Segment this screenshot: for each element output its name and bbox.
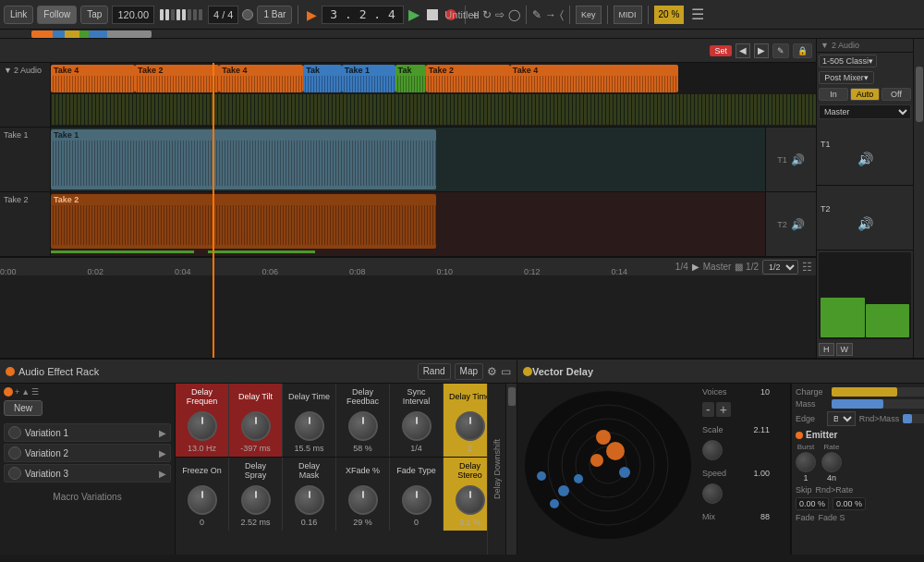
follow-button[interactable]: Follow	[37, 6, 77, 24]
scale-knob[interactable]	[702, 440, 723, 460]
macro-knob-1[interactable]	[241, 411, 271, 441]
position-display[interactable]: 3 . 2 . 4	[322, 6, 403, 24]
clip-take4-1[interactable]: Take 4	[51, 65, 135, 92]
set-button[interactable]: Set	[710, 45, 732, 56]
macro-knob-2[interactable]	[295, 411, 324, 441]
macro-knob-0[interactable]	[188, 411, 217, 441]
master-select[interactable]: Master	[819, 104, 911, 119]
rack-slider-thumb[interactable]	[508, 387, 516, 406]
preset-dropdown[interactable]: 1-505 Classi▾	[819, 55, 877, 67]
burst-knob[interactable]	[796, 452, 816, 472]
in-button[interactable]: In	[819, 88, 848, 101]
loop-icon[interactable]: ↻	[482, 8, 492, 21]
auto-button[interactable]: Auto	[850, 88, 880, 101]
play-button[interactable]: ▶	[406, 6, 422, 23]
rack-add-icon[interactable]: ▲	[21, 387, 30, 397]
macro-knob-5[interactable]	[456, 411, 485, 441]
zoom-display[interactable]: 20 %	[654, 6, 685, 24]
map-button[interactable]: Map	[455, 363, 483, 380]
track-collapse-icon[interactable]: ▼	[4, 66, 12, 75]
h-button[interactable]: H	[819, 343, 834, 356]
take2-region[interactable]: Take 2	[51, 194, 436, 249]
mix-value[interactable]: 88	[747, 512, 770, 521]
variation-1[interactable]: Variation 1 ▶	[4, 423, 171, 442]
track-label-audio[interactable]: ▼ 2 Audio	[0, 63, 51, 127]
variation-2[interactable]: Variation 2 ▶	[4, 444, 171, 462]
clip-take2-1[interactable]: Take 2	[135, 65, 219, 92]
clip-take4-3[interactable]: Take 4	[510, 65, 678, 92]
midi-button[interactable]: MIDI	[614, 6, 642, 24]
macro-knob-r2-2[interactable]	[295, 485, 324, 515]
rand-button[interactable]: Rand	[418, 363, 451, 380]
link-button[interactable]: Link	[4, 6, 33, 24]
key-button[interactable]: Key	[576, 6, 602, 24]
post-mixer-dropdown[interactable]: Post Mixer▾	[819, 71, 874, 84]
macro-knob-r2-4[interactable]	[402, 485, 432, 515]
macro-knob-r2-0[interactable]	[188, 485, 217, 515]
nav-back-button[interactable]: ◀	[736, 43, 750, 58]
grid-select[interactable]: 1/21/41/8	[762, 260, 798, 275]
t1-volume-icon[interactable]: 🔊	[791, 153, 805, 166]
clip-tak-green[interactable]: Tak	[395, 65, 426, 92]
clip-take4-2[interactable]: Take 4	[219, 65, 303, 92]
clip-tak-1[interactable]: Tak	[303, 65, 341, 92]
stop-button[interactable]	[424, 9, 441, 20]
clip-take2-2[interactable]: Take 2	[426, 65, 510, 92]
rnd-mass-bar-container[interactable]	[903, 414, 924, 423]
nav-forward-button[interactable]: ▶	[754, 43, 769, 58]
off-button[interactable]: Off	[881, 88, 911, 101]
t2-volume-icon[interactable]: 🔊	[791, 218, 805, 231]
macro-knob-r2-3[interactable]	[348, 485, 378, 515]
track-label-t1[interactable]: Take 1	[0, 128, 51, 191]
pencil-icon[interactable]: 〈	[560, 8, 564, 21]
mass-bar-container[interactable]	[832, 399, 924, 409]
macro-knob-4[interactable]	[402, 411, 432, 441]
rack-menu-icon[interactable]: ☰	[31, 387, 39, 397]
charge-bar-container[interactable]	[832, 387, 924, 397]
punch-icon[interactable]: ⇨	[495, 8, 505, 21]
voices-up-icon[interactable]: +	[716, 402, 731, 417]
grid-icon[interactable]: ☷	[802, 261, 812, 274]
macro-knob-r2-5[interactable]	[456, 485, 485, 515]
take1-region[interactable]: Take 1	[51, 129, 436, 189]
scale-value[interactable]: 2.11	[747, 425, 770, 434]
speed-knob[interactable]	[702, 483, 723, 504]
play-icon-small[interactable]: ▶	[692, 262, 699, 272]
hamburger-icon[interactable]: ☰	[691, 6, 704, 23]
separator6	[648, 6, 649, 24]
t2-speaker-icon[interactable]: 🔊	[857, 216, 873, 231]
v-scrollbar[interactable]	[913, 39, 924, 358]
tap-button[interactable]: Tap	[80, 6, 108, 24]
v-scroll-thumb[interactable]	[916, 67, 923, 122]
time-sig-display[interactable]: 4 / 4	[208, 6, 238, 24]
variation-3[interactable]: Variation 3 ▶	[4, 464, 171, 483]
expand-icon[interactable]: ▭	[501, 365, 511, 378]
select-icon[interactable]: →	[545, 8, 556, 21]
macro-knob-r2-1[interactable]	[241, 485, 271, 515]
rewind-button[interactable]: ▶	[304, 7, 320, 22]
voices-down-icon[interactable]: -	[702, 402, 714, 417]
click-icon[interactable]: ◯	[508, 8, 520, 21]
rnd-rate-value[interactable]: 0.00 %	[833, 497, 866, 510]
loop-length-button[interactable]: 1 Bar	[257, 6, 292, 24]
draw-tool[interactable]: ✎	[772, 43, 789, 58]
bpm-display[interactable]: 120.00	[112, 6, 154, 24]
voices-value[interactable]: 10	[747, 387, 770, 397]
new-button[interactable]: New	[4, 400, 43, 416]
skip-value[interactable]: 0.00 %	[796, 497, 829, 510]
lock-tool[interactable]: 🔒	[793, 43, 812, 58]
rate-knob[interactable]	[821, 452, 842, 472]
edge-select[interactable]: BounceWrapStop	[827, 411, 856, 426]
macro-value-0: 13.0 Hz	[188, 444, 216, 453]
w-button[interactable]: W	[836, 343, 854, 356]
rack-slider[interactable]	[505, 384, 517, 555]
clip-take1-1[interactable]: Take 1	[342, 65, 395, 92]
macro-knob-3[interactable]	[348, 411, 378, 441]
draw-icon[interactable]: ✎	[532, 8, 541, 21]
track-label-t2[interactable]: Take 2	[0, 192, 51, 256]
speed-value[interactable]: 1.00	[747, 469, 770, 478]
rack-expand-icon[interactable]: +	[15, 387, 19, 397]
settings-icon[interactable]: ⚙	[487, 365, 497, 378]
t1-speaker-icon[interactable]: 🔊	[857, 152, 873, 166]
scroll-position-strip[interactable]	[0, 30, 924, 39]
